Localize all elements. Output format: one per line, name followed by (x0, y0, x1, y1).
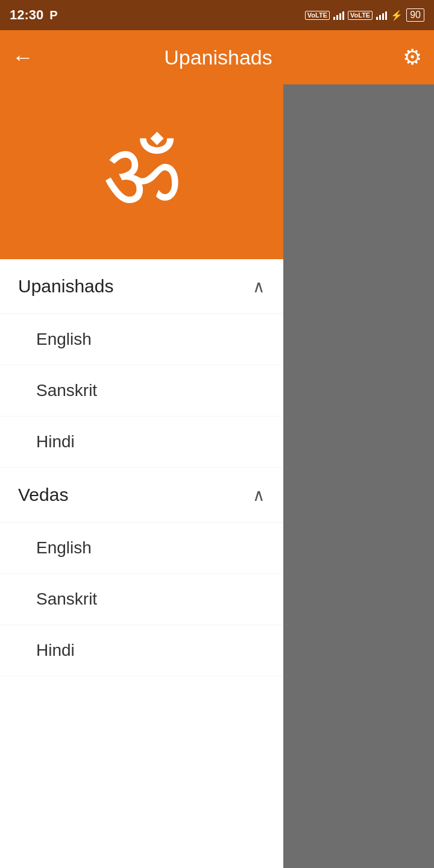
charging-icon: ⚡ (391, 10, 403, 21)
signal-bars-1 (333, 10, 344, 20)
battery-icon: 90 (406, 8, 424, 22)
volte2-badge: VoLTE (348, 11, 373, 20)
vedas-hindi[interactable]: Hindi (0, 625, 283, 676)
upanishads-hindi[interactable]: Hindi (0, 417, 283, 468)
upanishads-english[interactable]: English (0, 314, 283, 365)
om-header: ॐ (0, 84, 283, 259)
section-vedas-label: Vedas (18, 485, 68, 505)
top-bar: ← Upanishads ⚙ (0, 30, 434, 84)
page-title: Upanishads (164, 46, 272, 69)
volte1-badge: VoLTE (305, 11, 330, 20)
section-upanishads-label: Upanishads (18, 276, 113, 297)
status-left: 12:30 P (10, 7, 58, 23)
status-bar: 12:30 P VoLTE VoLTE ⚡ 90 (0, 0, 434, 30)
parking-icon: P (49, 8, 57, 22)
section-vedas-header[interactable]: Vedas ∧ (0, 468, 283, 523)
upanishads-sanskrit[interactable]: Sanskrit (0, 365, 283, 417)
section-upanishads-header[interactable]: Upanishads ∧ (0, 259, 283, 314)
menu-list: Upanishads ∧ English Sanskrit Hindi Veda… (0, 259, 283, 868)
right-overlay-panel (283, 84, 434, 868)
signal-bars-2 (376, 10, 387, 20)
settings-button[interactable]: ⚙ (403, 45, 422, 70)
left-panel: ॐ Upanishads ∧ English Sanskrit Hindi Ve… (0, 84, 283, 868)
chevron-up-icon-vedas: ∧ (253, 485, 265, 505)
vedas-english[interactable]: English (0, 523, 283, 574)
om-symbol: ॐ (104, 127, 180, 217)
status-time: 12:30 (10, 7, 43, 23)
chevron-up-icon-upanishads: ∧ (253, 277, 265, 297)
vedas-sanskrit[interactable]: Sanskrit (0, 574, 283, 625)
status-right: VoLTE VoLTE ⚡ 90 (305, 8, 424, 22)
content-area: ॐ Upanishads ∧ English Sanskrit Hindi Ve… (0, 84, 434, 868)
back-button[interactable]: ← (12, 45, 34, 70)
